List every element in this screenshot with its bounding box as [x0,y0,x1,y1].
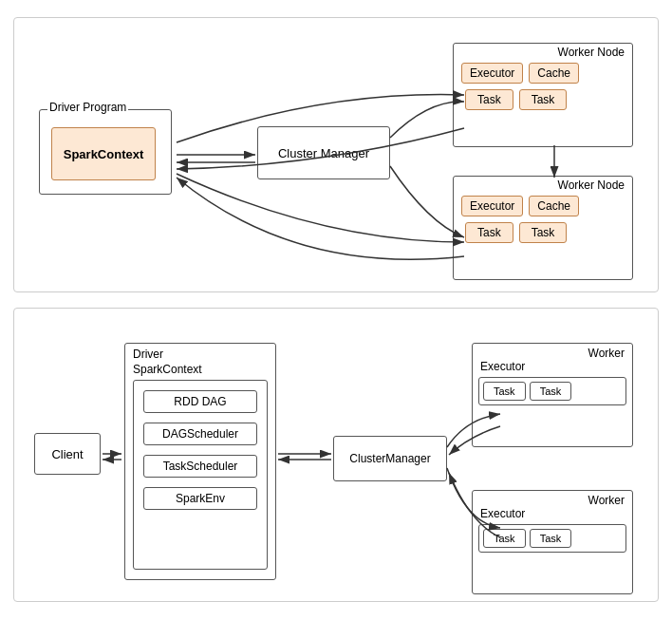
spark-context-box: SparkContext [51,127,156,180]
worker-bottom-label: Worker [473,491,632,507]
driver-label: Driver [125,344,275,361]
client-box: Client [34,433,101,475]
cluster-manager-bottom: ClusterManager [333,436,447,481]
dag-scheduler-item: DAGScheduler [143,423,257,445]
spark-context-label-bottom: SparkContext [125,361,275,380]
worker-node-bottom: Worker Node Executor Cache Task Task [453,176,633,280]
driver-program-label: Driver Program [47,101,128,114]
task-box-bottom-2: Task [519,222,568,243]
executor-box-bottom: Executor [461,196,523,216]
bottom-diagram: Client Driver SparkContext RDD DAG DAGSc… [13,308,659,602]
task-row-bottom: Task Task [457,220,632,245]
driver-program-box: Driver Program SparkContext [39,109,172,195]
task-box-bottom-1: Task [465,222,513,243]
bottom-diagram-inner: Client Driver SparkContext RDD DAG DAGSc… [29,324,643,586]
executor-outline-bottom: Task Task [478,524,626,553]
cache-box-top: Cache [529,63,579,84]
worker-top-label: Worker [473,344,632,360]
executor-bottom-label: Executor [473,507,632,522]
task-box-top-2: Task [519,89,568,110]
task-bottom-bottom-2: Task [530,529,572,548]
executor-top-label: Executor [473,360,632,375]
cluster-manager-box: Cluster Manager [257,126,390,179]
executor-box-top: Executor [461,63,523,84]
task-bottom-top-1: Task [483,382,526,401]
worker-node-top-label: Worker Node [454,44,632,59]
top-diagram: Driver Program SparkContext Cluster Mana… [13,17,659,292]
task-bottom-bottom-1: Task [483,529,526,548]
worker-node-bottom-label: Worker Node [454,177,632,192]
task-scheduler-item: TaskScheduler [143,455,257,478]
worker-top-bottom: Worker Executor Task Task [472,343,633,447]
task-box-top-1: Task [465,89,513,110]
top-diagram-inner: Driver Program SparkContext Cluster Mana… [29,33,643,276]
executor-cache-row-top: Executor Cache [454,59,632,87]
driver-inner-box: RDD DAG DAGScheduler TaskScheduler Spark… [133,380,268,570]
rdd-dag-item: RDD DAG [143,390,257,413]
executor-cache-row-bottom: Executor Cache [454,192,632,220]
worker-node-top: Worker Node Executor Cache Task Task [453,43,633,147]
cache-box-bottom: Cache [529,196,579,216]
executor-outline-top: Task Task [478,377,626,405]
task-row-bottom-bottom: Task Task [483,529,622,548]
worker-bottom-bottom: Worker Executor Task Task [472,490,633,594]
driver-sc-outer-box: Driver SparkContext RDD DAG DAGScheduler… [124,343,276,580]
spark-env-item: SparkEnv [143,487,257,510]
task-row-bottom-top: Task Task [483,382,622,401]
task-bottom-top-2: Task [530,382,572,401]
task-row-top: Task Task [457,87,632,112]
